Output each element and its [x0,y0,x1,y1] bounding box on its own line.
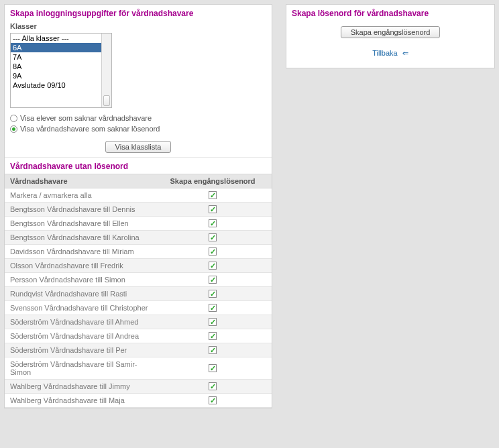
guardian-name: Davidsson Vårdnadshavare till Miriam [5,245,154,259]
guardian-name: Svensson Vårdnadshavare till Christopher [5,301,154,315]
guardian-name: Persson Vårdnadshavare till Simon [5,273,154,287]
back-link-label: Tillbaka [372,49,398,57]
create-password-checkbox[interactable] [209,304,217,312]
guardian-name: Söderström Vårdnadshavare till Andrea [5,329,154,343]
radio-label: Visa elever som saknar vårdnadshavare [20,114,152,122]
klasser-option[interactable]: 8A [11,62,111,71]
arrow-left-icon: ⇐ [402,49,408,57]
checkbox-cell [154,188,272,203]
klasser-option[interactable]: 6A [11,43,111,52]
checkbox-cell [154,217,272,231]
checkbox-cell [154,380,272,394]
listbox-scrollbar[interactable] [101,34,111,107]
klasser-option[interactable]: Avslutade 09/10 [11,80,111,90]
klasser-label: Klasser [5,21,272,33]
table-row: Markera / avmarkera alla [5,188,272,203]
table-row: Söderström Vårdnadshavare till Andrea [5,329,272,343]
guardian-name: Söderström Vårdnadshavare till Ahmed [5,315,154,329]
guardian-name: Bengtsson Vårdnadshavare till Karolina [5,231,154,245]
create-password-checkbox[interactable] [209,396,217,404]
scroll-thumb[interactable] [103,95,110,106]
show-classlist-button[interactable]: Visa klasslista [105,141,172,153]
filter-radios: Visa elever som saknar vårdnadshavare Vi… [5,112,272,138]
create-password-checkbox[interactable] [209,233,217,241]
radio-show-students-without-guardian[interactable]: Visa elever som saknar vårdnadshavare [10,113,266,123]
checkbox-cell [154,343,272,357]
table-row: Wahlberg Vårdnadshavare till Jimmy [5,380,272,394]
table-row: Davidsson Vårdnadshavare till Miriam [5,245,272,259]
create-password-checkbox[interactable] [209,318,217,326]
left-panel: Skapa inloggningsuppgifter för vårdnadsh… [4,4,272,408]
table-row: Bengtsson Vårdnadshavare till Karolina [5,231,272,245]
left-title: Skapa inloggningsuppgifter för vårdnadsh… [5,5,272,21]
table-row: Svensson Vårdnadshavare till Christopher [5,301,272,315]
right-panel: Skapa lösenord för vårdnadshavare Skapa … [286,4,495,68]
create-password-checkbox[interactable] [209,205,217,213]
create-password-checkbox[interactable] [209,276,217,284]
right-title: Skapa lösenord för vårdnadshavare [286,5,494,21]
guardian-name: Bengtsson Vårdnadshavare till Dennis [5,203,154,217]
col-guardian-header: Vårdnadshavare [5,174,154,188]
guardian-name: Bengtsson Vårdnadshavare till Ellen [5,217,154,231]
guardian-name: Söderström Vårdnadshavare till Samir-Sim… [5,357,154,380]
table-row: Rundqvist Vårdnadshavare till Rasti [5,287,272,301]
checkbox-cell [154,357,272,380]
table-row: Bengtsson Vårdnadshavare till Ellen [5,217,272,231]
guardian-name: Markera / avmarkera alla [5,188,154,203]
guardian-name: Wahlberg Vårdnadshavare till Jimmy [5,380,154,394]
radio-icon [10,115,17,122]
radio-label: Visa vårdnadshavare som saknar lösenord [20,125,160,133]
radio-icon [10,125,17,133]
create-password-checkbox[interactable] [209,290,217,298]
create-onetime-password-button[interactable]: Skapa engångslösenord [341,26,441,38]
checkbox-cell [154,231,272,245]
back-link[interactable]: Tillbaka ⇐ [372,49,408,57]
create-password-checkbox[interactable] [209,262,217,270]
create-password-checkbox[interactable] [209,191,217,199]
klasser-option[interactable]: --- Alla klasser --- [11,34,111,43]
create-password-checkbox[interactable] [209,219,217,227]
table-row: Persson Vårdnadshavare till Simon [5,273,272,287]
guardians-without-password-header: Vårdnadshavare utan lösenord [5,157,272,174]
guardian-name: Söderström Vårdnadshavare till Per [5,343,154,357]
checkbox-cell [154,301,272,315]
table-row: Söderström Vårdnadshavare till Ahmed [5,315,272,329]
create-password-checkbox[interactable] [209,382,217,390]
klasser-option[interactable]: 7A [11,52,111,62]
table-row: Söderström Vårdnadshavare till Samir-Sim… [5,357,272,380]
create-password-checkbox[interactable] [209,364,217,372]
table-row: Söderström Vårdnadshavare till Per [5,343,272,357]
checkbox-cell [154,394,272,408]
table-row: Olsson Vårdnadshavare till Fredrik [5,259,272,273]
checkbox-cell [154,287,272,301]
checkbox-cell [154,315,272,329]
table-row: Wahlberg Vårdnadshavare till Maja [5,394,272,408]
checkbox-cell [154,245,272,259]
create-password-checkbox[interactable] [209,247,217,256]
klasser-listbox[interactable]: --- Alla klasser ---6A7A8A9AAvslutade 09… [10,33,112,108]
guardians-table: Vårdnadshavare Skapa engångslösenord Mar… [5,174,272,408]
klasser-option[interactable]: 9A [11,71,111,80]
guardian-name: Wahlberg Vårdnadshavare till Maja [5,394,154,408]
create-password-checkbox[interactable] [209,346,217,354]
table-row: Bengtsson Vårdnadshavare till Dennis [5,203,272,217]
checkbox-cell [154,259,272,273]
checkbox-cell [154,203,272,217]
guardian-name: Rundqvist Vårdnadshavare till Rasti [5,287,154,301]
create-password-checkbox[interactable] [209,332,217,340]
radio-show-guardians-without-password[interactable]: Visa vårdnadshavare som saknar lösenord [10,123,266,134]
guardian-name: Olsson Vårdnadshavare till Fredrik [5,259,154,273]
checkbox-cell [154,273,272,287]
col-password-header: Skapa engångslösenord [154,174,272,188]
checkbox-cell [154,329,272,343]
